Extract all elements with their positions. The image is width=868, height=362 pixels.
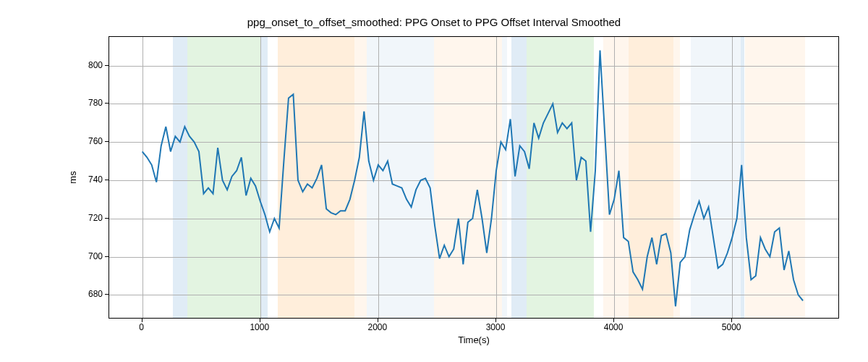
x-tick-label: 0 — [139, 322, 144, 332]
chart-title: ppg_onset_to_offset_smoothed: PPG Onset … — [247, 16, 621, 28]
y-tick-label: 800 — [88, 60, 103, 70]
plot-area — [109, 36, 839, 319]
y-tick-mark — [105, 218, 109, 219]
x-tick-mark — [378, 319, 378, 322]
line-series — [109, 37, 838, 318]
x-tick-mark — [731, 319, 732, 322]
y-tick-label: 740 — [88, 174, 103, 185]
y-tick-mark — [105, 141, 109, 142]
y-tick-mark — [105, 180, 109, 180]
x-tick-label: 4000 — [604, 322, 624, 332]
y-tick-mark — [105, 103, 109, 104]
x-tick-mark — [495, 319, 496, 322]
y-tick-label: 720 — [88, 213, 103, 223]
x-tick-label: 3000 — [486, 322, 506, 332]
x-tick-mark — [613, 319, 614, 322]
x-tick-label: 5000 — [722, 322, 741, 332]
x-tick-label: 2000 — [368, 322, 388, 332]
y-axis-label: ms — [67, 171, 78, 183]
x-tick-mark — [260, 319, 260, 322]
x-axis-label: Time(s) — [458, 334, 490, 345]
y-tick-label: 700 — [88, 251, 103, 261]
y-tick-mark — [105, 65, 109, 66]
x-tick-label: 1000 — [250, 322, 269, 332]
y-tick-mark — [105, 256, 109, 257]
y-tick-label: 780 — [88, 98, 103, 108]
y-tick-label: 760 — [88, 136, 103, 146]
y-tick-mark — [105, 294, 109, 295]
y-tick-label: 680 — [88, 289, 103, 299]
x-tick-mark — [142, 319, 142, 322]
